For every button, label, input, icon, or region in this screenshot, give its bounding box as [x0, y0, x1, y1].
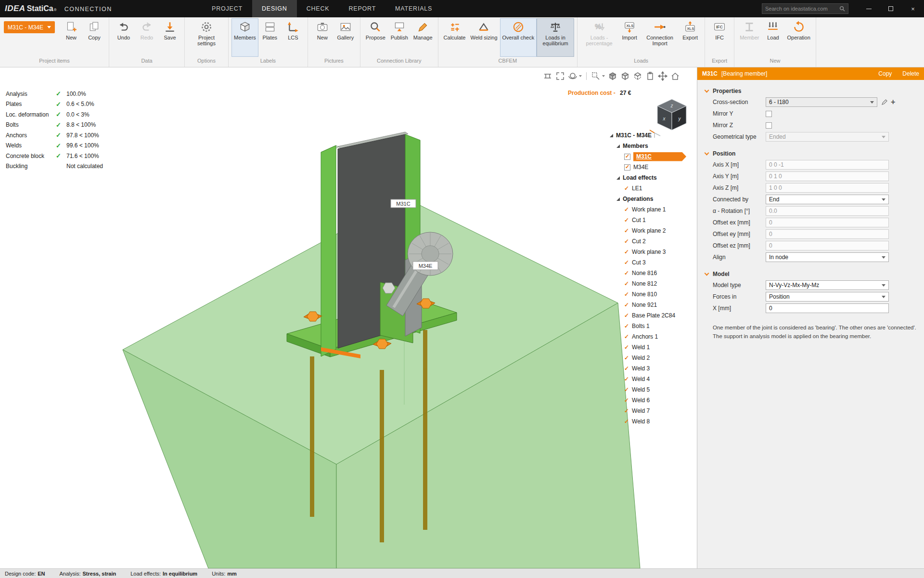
mirror-y-checkbox[interactable]: [766, 111, 772, 117]
labels-lcs-toggle[interactable]: LCS: [282, 18, 305, 57]
copy-member-button[interactable]: Copy: [878, 70, 892, 77]
tree-expand-icon[interactable]: [610, 134, 613, 137]
undo-button[interactable]: Undo: [112, 18, 135, 57]
manage-button[interactable]: Manage: [411, 18, 435, 57]
tree-item[interactable]: ✓ Weld 4: [610, 374, 697, 384]
pan-move-icon[interactable]: [658, 71, 667, 81]
overall-check-button[interactable]: Overall check: [500, 18, 537, 57]
model-type-select[interactable]: N-Vy-Vz-Mx-My-Mz: [766, 280, 889, 290]
publish-button[interactable]: Publish: [388, 18, 411, 57]
tree-item[interactable]: ✓ None 812: [610, 278, 697, 289]
axis-x-field[interactable]: [766, 160, 889, 170]
tree-item[interactable]: ✓ Weld 2: [610, 353, 697, 363]
tree-checkbox[interactable]: [624, 164, 630, 171]
tree-expand-icon[interactable]: [616, 176, 620, 180]
labels-members-toggle[interactable]: Members: [231, 18, 258, 57]
new-project-item-button[interactable]: New: [60, 18, 83, 57]
chevron-down-icon[interactable]: [602, 75, 605, 77]
dimension-lines-icon[interactable]: [543, 71, 552, 81]
labels-plates-toggle[interactable]: Plates: [258, 18, 282, 57]
tree-expand-icon[interactable]: [616, 197, 620, 201]
tree-item[interactable]: ✓ Cut 3: [610, 257, 697, 268]
new-picture-button[interactable]: New: [311, 18, 334, 57]
connected-by-select[interactable]: End: [766, 195, 889, 204]
solid-view-icon[interactable]: [608, 71, 617, 81]
scene-3d[interactable]: M31C M34E: [0, 67, 697, 568]
propose-button[interactable]: Propose: [363, 18, 388, 57]
xls-import-button[interactable]: XLS Import: [618, 18, 641, 57]
section-position[interactable]: Position: [697, 148, 924, 159]
axis-z-field[interactable]: [766, 183, 889, 193]
forces-in-select[interactable]: Position: [766, 292, 889, 302]
chevron-down-icon[interactable]: [579, 75, 582, 77]
save-button[interactable]: Save: [158, 18, 181, 57]
gallery-button[interactable]: Gallery: [334, 18, 357, 57]
offset-ey-field[interactable]: [766, 229, 889, 239]
section-properties[interactable]: Properties: [697, 86, 924, 96]
viewport-3d[interactable]: M31C M34E Analysis ✓ 100.0% Plates ✓ 0.6…: [0, 67, 697, 568]
new-member-button[interactable]: Member: [737, 18, 761, 57]
rotation-field[interactable]: [766, 206, 889, 216]
calculate-button[interactable]: Calculate: [441, 18, 468, 57]
tree-item[interactable]: ✓ M31C - M34E: [610, 130, 697, 141]
tree-item[interactable]: ✓ None 810: [610, 289, 697, 300]
mirror-z-checkbox[interactable]: [766, 122, 772, 129]
align-select[interactable]: In node: [766, 252, 889, 262]
cross-section-select[interactable]: 6 - I180: [766, 97, 877, 107]
tree-item[interactable]: ✓ Work plane 1: [610, 204, 697, 215]
tree-expand-icon[interactable]: [616, 144, 620, 148]
loads-percentage-button[interactable]: % Loads - percentage: [580, 18, 618, 57]
maximize-button[interactable]: [880, 0, 902, 17]
delete-member-button[interactable]: Delete: [902, 70, 919, 77]
project-settings-button[interactable]: Project settings: [188, 18, 225, 57]
menu-tab[interactable]: DESIGN: [252, 0, 297, 17]
tree-item[interactable]: ✓ Load effects: [610, 172, 697, 183]
tree-item[interactable]: ✓ M31C: [610, 151, 697, 162]
tree-item[interactable]: ✓ Weld 3: [610, 363, 697, 374]
tree-item[interactable]: ✓ M34E: [610, 162, 697, 172]
new-load-button[interactable]: Load: [761, 18, 784, 57]
section-model[interactable]: Model: [697, 269, 924, 279]
copy-project-item-button[interactable]: Copy: [83, 18, 106, 57]
project-items-combo[interactable]: M31C - M34E: [4, 21, 55, 33]
menu-tab[interactable]: REPORT: [339, 0, 385, 17]
orbit-view-icon[interactable]: [568, 71, 578, 81]
offset-ez-field[interactable]: [766, 241, 889, 250]
menu-tab[interactable]: CHECK: [297, 0, 339, 17]
edit-cross-section-icon[interactable]: [881, 99, 888, 105]
ifc-export-button[interactable]: IFC IFC: [708, 18, 731, 57]
add-cross-section-icon[interactable]: +: [891, 98, 895, 106]
tree-item[interactable]: ✓ Operations: [610, 194, 697, 204]
weld-sizing-button[interactable]: Weld sizing: [468, 18, 500, 57]
tree-item[interactable]: ✓ Cut 2: [610, 236, 697, 247]
xls-export-button[interactable]: XLS Export: [679, 18, 702, 57]
loads-in-equilibrium-toggle[interactable]: Loads in equilibrium: [537, 18, 574, 57]
shaded-view-icon[interactable]: [620, 71, 630, 81]
tree-item[interactable]: ✓ LE1: [610, 183, 697, 194]
home-view-icon[interactable]: [670, 71, 680, 81]
tree-item[interactable]: ✓ Work plane 3: [610, 247, 697, 257]
x-mm-field[interactable]: [766, 303, 889, 313]
tree-item[interactable]: ✓ None 921: [610, 300, 697, 310]
search-box[interactable]: [762, 3, 848, 14]
close-button[interactable]: ×: [902, 0, 924, 17]
connection-import-button[interactable]: Connection Import: [641, 18, 679, 57]
select-tool-icon[interactable]: [591, 71, 601, 81]
wireframe-view-icon[interactable]: [633, 71, 642, 81]
tree-item[interactable]: ✓ Weld 8: [610, 416, 697, 427]
search-input[interactable]: [765, 6, 839, 12]
tree-item[interactable]: ✓ Weld 5: [610, 384, 697, 395]
tree-item[interactable]: ✓ Bolts 1: [610, 321, 697, 331]
menu-tab[interactable]: PROJECT: [202, 0, 252, 17]
minimize-button[interactable]: [858, 0, 880, 17]
copy-view-icon[interactable]: [645, 71, 655, 81]
geometrical-type-select[interactable]: Ended: [766, 132, 889, 142]
tree-item[interactable]: ✓ Work plane 2: [610, 225, 697, 236]
tree-item[interactable]: ✓ None 816: [610, 268, 697, 278]
offset-ex-field[interactable]: [766, 218, 889, 227]
menu-tab[interactable]: MATERIALS: [385, 0, 442, 17]
tree-checkbox[interactable]: [624, 154, 630, 160]
tree-item[interactable]: ✓ Weld 6: [610, 395, 697, 406]
tree-item[interactable]: ✓ Anchors 1: [610, 331, 697, 342]
redo-button[interactable]: Redo: [135, 18, 158, 57]
